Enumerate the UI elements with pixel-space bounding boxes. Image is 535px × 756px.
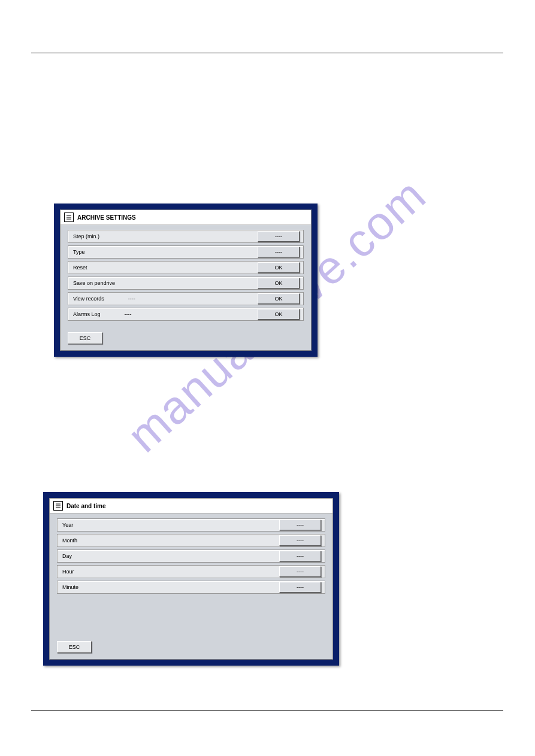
archive-settings-rows: Step (min.) ---- Type ---- Reset OK Save… [61,225,311,321]
row-minute: Minute ---- [57,581,325,594]
archive-settings-panel-frame: ARCHIVE SETTINGS Step (min.) ---- Type -… [54,204,318,357]
row-save-pendrive: Save on pendrive OK [68,277,304,290]
view-records-ok-button[interactable]: OK [258,293,300,304]
row-label: Save on pendrive [71,280,115,286]
archive-settings-panel: ARCHIVE SETTINGS Step (min.) ---- Type -… [60,210,312,351]
esc-button[interactable]: ESC [57,641,92,653]
row-label: Type [71,249,85,255]
row-type: Type ---- [68,245,304,259]
menu-icon [53,501,63,511]
row-reset: Reset OK [68,261,304,274]
alarms-log-ok-button[interactable]: OK [258,309,300,320]
row-label: Minute [60,584,78,590]
archive-settings-titlebar: ARCHIVE SETTINGS [61,210,311,225]
date-time-panel-frame: Date and time Year ---- Month ---- Day -… [43,492,339,666]
row-label: Hour [60,569,74,575]
divider-bottom [31,710,503,711]
row-label: Step (min.) [71,233,99,239]
row-extra-value: ---- [104,296,135,302]
step-value-button[interactable]: ---- [258,231,300,242]
row-label: View records [71,296,104,302]
row-alarms-log: Alarms Log ---- OK [68,308,304,321]
row-label: Alarms Log [71,311,101,317]
row-hour: Hour ---- [57,565,325,578]
row-label: Reset [71,265,87,271]
page-container: manualshive.com ARCHIVE SETTINGS Step (m… [0,0,535,756]
divider-top [31,53,503,53]
date-time-panel: Date and time Year ---- Month ---- Day -… [49,498,333,660]
month-value-button[interactable]: ---- [279,535,321,546]
year-value-button[interactable]: ---- [279,520,321,530]
day-value-button[interactable]: ---- [279,551,321,561]
date-time-rows: Year ---- Month ---- Day ---- Hour [50,514,333,594]
date-time-titlebar: Date and time [50,499,333,514]
archive-settings-title: ARCHIVE SETTINGS [77,214,136,221]
esc-button[interactable]: ESC [68,332,102,344]
row-month: Month ---- [57,534,325,547]
reset-ok-button[interactable]: OK [258,262,300,273]
row-label: Day [60,553,72,559]
type-value-button[interactable]: ---- [258,247,300,257]
row-label: Month [60,538,77,544]
minute-value-button[interactable]: ---- [279,582,321,593]
row-step: Step (min.) ---- [68,230,304,243]
menu-icon [64,212,74,222]
hour-value-button[interactable]: ---- [279,566,321,577]
date-time-title: Date and time [67,503,106,509]
row-day: Day ---- [57,549,325,563]
save-pendrive-ok-button[interactable]: OK [258,278,300,289]
row-year: Year ---- [57,518,325,532]
row-view-records: View records ---- OK [68,292,304,305]
row-extra-value: ---- [101,311,132,317]
row-label: Year [60,522,73,528]
